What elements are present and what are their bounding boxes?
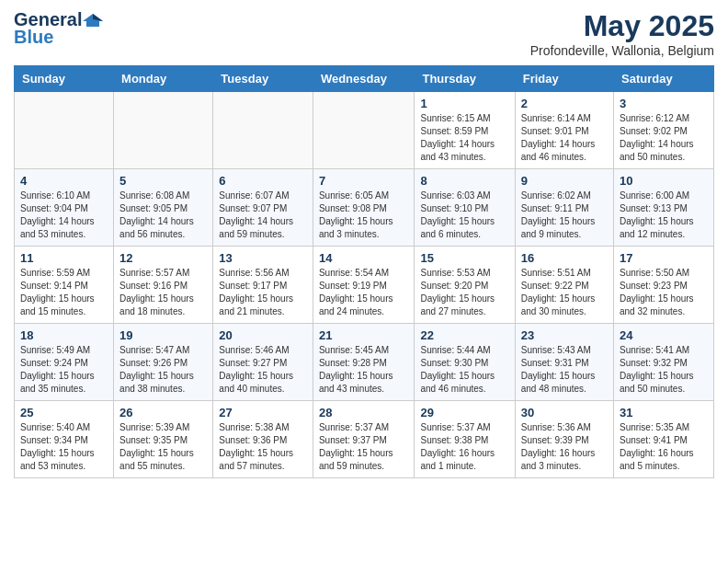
calendar-cell: 5Sunrise: 6:08 AM Sunset: 9:05 PM Daylig… [114,169,213,247]
day-number: 1 [420,97,508,110]
calendar-row-4: 18Sunrise: 5:49 AM Sunset: 9:24 PM Dayli… [15,324,714,401]
col-saturday: Saturday [614,66,714,92]
calendar-cell: 9Sunrise: 6:02 AM Sunset: 9:11 PM Daylig… [515,169,613,247]
day-number: 11 [20,251,108,265]
calendar-cell: 14Sunrise: 5:54 AM Sunset: 9:19 PM Dayli… [313,247,415,324]
calendar-cell: 16Sunrise: 5:51 AM Sunset: 9:22 PM Dayli… [515,247,613,324]
calendar-cell: 2Sunrise: 6:14 AM Sunset: 9:01 PM Daylig… [515,92,613,169]
day-detail: Sunrise: 5:57 AM Sunset: 9:16 PM Dayligh… [119,267,207,318]
month-year-title: May 2025 [530,9,714,43]
day-detail: Sunrise: 6:00 AM Sunset: 9:13 PM Dayligh… [620,190,708,241]
calendar-cell: 25Sunrise: 5:40 AM Sunset: 9:34 PM Dayli… [15,401,114,478]
calendar-cell: 23Sunrise: 5:43 AM Sunset: 9:31 PM Dayli… [515,324,613,401]
calendar-row-1: 1Sunrise: 6:15 AM Sunset: 8:59 PM Daylig… [15,92,714,169]
calendar-cell [114,92,213,169]
day-detail: Sunrise: 5:51 AM Sunset: 9:22 PM Dayligh… [521,267,608,318]
calendar-cell: 1Sunrise: 6:15 AM Sunset: 8:59 PM Daylig… [415,92,515,169]
day-number: 22 [420,328,508,342]
day-number: 2 [521,97,608,110]
day-detail: Sunrise: 5:47 AM Sunset: 9:26 PM Dayligh… [119,344,207,396]
header-row: Sunday Monday Tuesday Wednesday Thursday… [15,66,714,92]
col-monday: Monday [114,66,213,92]
day-number: 30 [521,406,608,419]
day-detail: Sunrise: 5:35 AM Sunset: 9:41 PM Dayligh… [620,421,708,473]
calendar-cell: 13Sunrise: 5:56 AM Sunset: 9:17 PM Dayli… [213,247,313,324]
day-detail: Sunrise: 6:07 AM Sunset: 9:07 PM Dayligh… [219,190,307,241]
calendar-cell: 7Sunrise: 6:05 AM Sunset: 9:08 PM Daylig… [313,169,415,247]
day-detail: Sunrise: 5:37 AM Sunset: 9:38 PM Dayligh… [420,421,508,473]
logo-blue: Blue [14,27,53,48]
day-detail: Sunrise: 6:10 AM Sunset: 9:04 PM Dayligh… [20,190,108,241]
day-detail: Sunrise: 5:53 AM Sunset: 9:20 PM Dayligh… [420,267,508,318]
day-number: 6 [219,174,307,188]
day-detail: Sunrise: 6:15 AM Sunset: 8:59 PM Dayligh… [420,112,508,164]
calendar-cell: 19Sunrise: 5:47 AM Sunset: 9:26 PM Dayli… [114,324,213,401]
day-detail: Sunrise: 6:08 AM Sunset: 9:05 PM Dayligh… [119,190,207,241]
title-area: May 2025 Profondeville, Wallonia, Belgiu… [530,9,714,58]
day-detail: Sunrise: 5:56 AM Sunset: 9:17 PM Dayligh… [219,267,307,318]
calendar-cell [213,92,313,169]
calendar-cell: 3Sunrise: 6:12 AM Sunset: 9:02 PM Daylig… [614,92,714,169]
day-number: 18 [20,328,108,342]
day-number: 16 [521,251,608,265]
day-number: 3 [620,97,708,110]
day-number: 8 [420,174,508,188]
calendar-row-3: 11Sunrise: 5:59 AM Sunset: 9:14 PM Dayli… [15,247,714,324]
day-detail: Sunrise: 6:12 AM Sunset: 9:02 PM Dayligh… [620,112,708,164]
calendar-cell: 4Sunrise: 6:10 AM Sunset: 9:04 PM Daylig… [15,169,114,247]
day-detail: Sunrise: 5:36 AM Sunset: 9:39 PM Dayligh… [521,421,608,473]
col-thursday: Thursday [415,66,515,92]
day-detail: Sunrise: 5:37 AM Sunset: 9:37 PM Dayligh… [319,421,409,473]
day-number: 29 [420,406,508,419]
day-number: 9 [521,174,608,188]
calendar-cell [313,92,415,169]
location-subtitle: Profondeville, Wallonia, Belgium [530,43,714,58]
day-number: 25 [20,406,108,419]
calendar-cell: 22Sunrise: 5:44 AM Sunset: 9:30 PM Dayli… [415,324,515,401]
day-detail: Sunrise: 5:43 AM Sunset: 9:31 PM Dayligh… [521,344,608,396]
day-detail: Sunrise: 6:05 AM Sunset: 9:08 PM Dayligh… [319,190,409,241]
calendar-cell: 6Sunrise: 6:07 AM Sunset: 9:07 PM Daylig… [213,169,313,247]
col-tuesday: Tuesday [213,66,313,92]
day-detail: Sunrise: 5:39 AM Sunset: 9:35 PM Dayligh… [119,421,207,473]
calendar-cell: 10Sunrise: 6:00 AM Sunset: 9:13 PM Dayli… [614,169,714,247]
calendar-cell: 17Sunrise: 5:50 AM Sunset: 9:23 PM Dayli… [614,247,714,324]
calendar-cell [15,92,114,169]
page-header: General Blue May 2025 Profondeville, Wal… [14,9,714,58]
day-number: 17 [620,251,708,265]
calendar-cell: 26Sunrise: 5:39 AM Sunset: 9:35 PM Dayli… [114,401,213,478]
calendar-cell: 31Sunrise: 5:35 AM Sunset: 9:41 PM Dayli… [614,401,714,478]
day-number: 15 [420,251,508,265]
calendar-cell: 20Sunrise: 5:46 AM Sunset: 9:27 PM Dayli… [213,324,313,401]
day-detail: Sunrise: 5:38 AM Sunset: 9:36 PM Dayligh… [219,421,307,473]
calendar-cell: 11Sunrise: 5:59 AM Sunset: 9:14 PM Dayli… [15,247,114,324]
day-number: 14 [319,251,409,265]
day-detail: Sunrise: 5:50 AM Sunset: 9:23 PM Dayligh… [620,267,708,318]
calendar-cell: 29Sunrise: 5:37 AM Sunset: 9:38 PM Dayli… [415,401,515,478]
calendar-cell: 28Sunrise: 5:37 AM Sunset: 9:37 PM Dayli… [313,401,415,478]
day-number: 4 [20,174,108,188]
day-number: 12 [119,251,207,265]
day-detail: Sunrise: 6:02 AM Sunset: 9:11 PM Dayligh… [521,190,608,241]
logo-bird-icon [83,12,103,29]
day-number: 28 [319,406,409,419]
day-detail: Sunrise: 5:44 AM Sunset: 9:30 PM Dayligh… [420,344,508,396]
day-number: 7 [319,174,409,188]
day-number: 31 [620,406,708,419]
day-detail: Sunrise: 5:46 AM Sunset: 9:27 PM Dayligh… [219,344,307,396]
calendar-cell: 30Sunrise: 5:36 AM Sunset: 9:39 PM Dayli… [515,401,613,478]
calendar-cell: 27Sunrise: 5:38 AM Sunset: 9:36 PM Dayli… [213,401,313,478]
day-number: 24 [620,328,708,342]
day-detail: Sunrise: 5:45 AM Sunset: 9:28 PM Dayligh… [319,344,409,396]
logo: General Blue [14,9,104,48]
calendar-cell: 15Sunrise: 5:53 AM Sunset: 9:20 PM Dayli… [415,247,515,324]
day-detail: Sunrise: 5:41 AM Sunset: 9:32 PM Dayligh… [620,344,708,396]
col-wednesday: Wednesday [313,66,415,92]
day-number: 19 [119,328,207,342]
day-number: 10 [620,174,708,188]
day-number: 5 [119,174,207,188]
day-detail: Sunrise: 5:49 AM Sunset: 9:24 PM Dayligh… [20,344,108,396]
calendar-cell: 8Sunrise: 6:03 AM Sunset: 9:10 PM Daylig… [415,169,515,247]
calendar-row-5: 25Sunrise: 5:40 AM Sunset: 9:34 PM Dayli… [15,401,714,478]
day-detail: Sunrise: 5:59 AM Sunset: 9:14 PM Dayligh… [20,267,108,318]
